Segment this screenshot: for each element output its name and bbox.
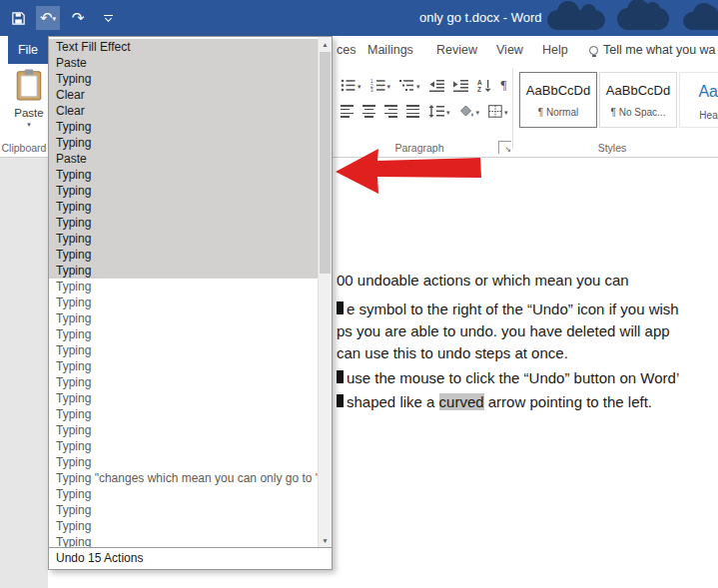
caret-icon: ▾ [476,109,480,116]
decrease-indent-button[interactable] [428,78,445,93]
undo-item[interactable]: Typing [49,486,318,502]
undo-item[interactable]: Paste [49,55,318,71]
document-line: can use this to undo steps at once. [337,342,718,364]
clipboard-group-label: Clipboard [0,142,48,154]
align-right-button[interactable] [383,104,398,119]
undo-item[interactable]: Typing [49,167,318,183]
scroll-up-button[interactable]: ▲ [319,37,332,51]
titlebar: ↶ ▾ ↷ only go t.docx - Word [0,0,718,36]
workspace-margin [0,158,48,588]
undo-item[interactable]: Typing [49,358,318,374]
undo-item[interactable]: Typing [49,374,318,390]
undo-item[interactable]: Typing [49,263,318,279]
save-button[interactable] [6,6,30,30]
undo-item[interactable]: Typing [49,390,318,406]
undo-list: Text Fill EffectPasteTypingClearClearTyp… [49,37,318,547]
quick-access-toolbar: ↶ ▾ ↷ [6,6,120,30]
cloud-decoration [683,12,718,30]
window-title: only go t.docx - Word [419,10,542,25]
undo-item[interactable]: Typing [49,422,318,438]
borders-button[interactable]: ▾ [487,104,509,119]
undo-item[interactable]: Typing [49,215,318,231]
paste-button[interactable]: Paste ▾ [8,69,50,128]
document-line: e symbol to the right of the “Undo” icon… [337,298,718,320]
svg-text:3.: 3. [370,88,374,92]
undo-item[interactable]: Typing [49,247,318,263]
undo-item[interactable]: Typing [49,310,318,326]
align-right-icon [384,105,397,118]
undo-item[interactable]: Paste [49,151,318,167]
undo-item[interactable]: Typing [49,183,318,199]
undo-item[interactable]: Typing [49,502,318,518]
tab-references-partial[interactable]: ces [337,36,356,64]
customize-qat-button[interactable] [96,6,120,30]
style-name: ¶ No Spac... [600,107,676,118]
increase-indent-button[interactable] [452,78,469,93]
undo-item[interactable]: Clear [49,103,318,119]
shading-button[interactable]: ▾ [458,104,481,119]
svg-text:A: A [477,79,482,86]
style-normal[interactable]: AaBbCcDd ¶ Normal [519,72,597,128]
undo-caret-icon: ▾ [53,15,57,22]
cloud-decoration [617,8,669,30]
undo-item[interactable]: Typing [49,534,318,547]
undo-button[interactable]: ↶ ▾ [36,6,60,30]
sort-button[interactable]: AZ [476,78,493,93]
undo-item[interactable]: Typing [49,326,318,342]
undo-item[interactable]: Typing [49,71,318,87]
undo-item[interactable]: Typing [49,199,318,215]
undo-item[interactable]: Typing [49,135,318,151]
tab-view[interactable]: View [496,36,523,64]
undo-item[interactable]: Typing [49,231,318,247]
undo-item[interactable]: Typing [49,279,318,294]
style-sample: AaBb [680,83,718,101]
numbering-button[interactable]: 1.2.3. ▾ [369,78,392,93]
undo-item[interactable]: Typing [49,518,318,534]
undo-icon: ↶ [40,9,53,27]
paste-label: Paste [8,107,50,119]
show-hide-pilcrow-button[interactable]: ¶ [500,76,508,94]
undo-item[interactable]: Typing "changes which mean you can only … [49,470,318,486]
redo-button[interactable]: ↷ [66,6,90,30]
tab-review[interactable]: Review [436,36,477,64]
undo-item[interactable]: Typing [49,119,318,135]
paragraph-dialog-launcher[interactable]: ↘ [498,141,511,154]
tab-mailings[interactable]: Mailings [367,36,413,64]
undo-scrollbar[interactable]: ▲ ▼ [318,37,332,547]
align-left-icon [341,105,354,118]
style-sample: AaBbCcDd [520,83,596,98]
undo-item[interactable]: Text Fill Effect [49,39,318,55]
tab-file[interactable]: File [8,36,48,64]
tab-help[interactable]: Help [542,36,568,64]
undo-item[interactable]: Typing [49,406,318,422]
bullets-button[interactable]: ▾ [340,78,362,93]
undo-item[interactable]: Clear [49,87,318,103]
undo-history-dropdown: Text Fill EffectPasteTypingClearClearTyp… [48,36,333,570]
undo-item[interactable]: Typing [49,342,318,358]
paste-caret-icon: ▾ [8,121,50,128]
style-no-spacing[interactable]: AaBbCcDd ¶ No Spac... [599,72,677,128]
multilevel-list-button[interactable]: ▾ [398,78,421,93]
shading-bucket-icon [459,105,474,118]
caret-icon: ▾ [504,109,508,116]
scrollbar-thumb[interactable] [320,52,331,274]
undo-item[interactable]: Typing [49,438,318,454]
undo-item[interactable]: Typing [49,294,318,310]
style-heading[interactable]: AaBb Heading [679,72,718,128]
word-window: ↶ ▾ ↷ only go t.docx - Word File ces Mai… [0,0,718,588]
align-center-button[interactable] [361,104,376,119]
justify-icon [406,105,419,118]
align-left-button[interactable] [340,104,355,119]
clipped-text-block [337,394,344,407]
line-spacing-button[interactable]: ▾ [427,104,451,119]
justify-button[interactable] [405,104,420,119]
tell-me-search[interactable]: Tell me what you wa [589,36,716,64]
undo-item[interactable]: Typing [49,454,318,470]
scroll-down-button[interactable]: ▼ [319,533,332,547]
paragraph-controls-row1: ▾ 1.2.3. ▾ ▾ AZ ¶ [340,76,507,94]
caret-icon: ▾ [416,83,420,90]
annotation-arrow [334,146,483,198]
decrease-indent-icon [429,79,444,92]
multilevel-list-icon [399,79,414,92]
document-line: shaped like a curved arrow pointing to t… [337,391,718,413]
